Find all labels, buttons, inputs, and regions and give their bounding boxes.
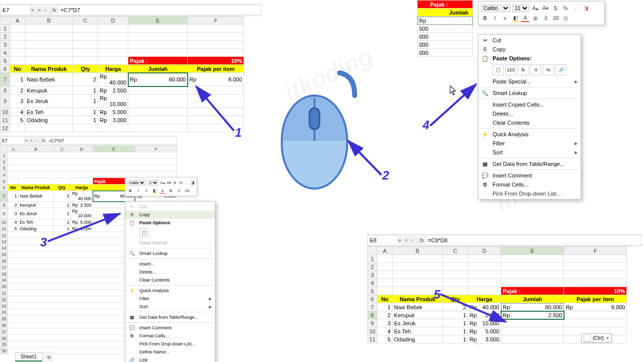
- fill-color-icon[interactable]: ◧: [511, 14, 519, 22]
- menu-delete[interactable]: Delete...: [478, 109, 581, 118]
- font-color-icon[interactable]: A: [159, 188, 166, 194]
- enter-icon[interactable]: ✓: [35, 138, 38, 143]
- row-12[interactable]: 12: [1, 124, 10, 132]
- menu-copy[interactable]: ⎘Copy: [478, 45, 581, 54]
- align-icon[interactable]: ≡: [143, 188, 150, 194]
- paste-values-icon[interactable]: 123: [505, 64, 516, 75]
- row-11[interactable]: 11: [1, 116, 10, 124]
- row-4[interactable]: 4: [1, 49, 10, 57]
- row-1[interactable]: 1: [1, 25, 10, 33]
- name-box[interactable]: E7: [1, 6, 31, 14]
- menu-clear[interactable]: Clear Contents: [125, 276, 215, 284]
- menu-cut[interactable]: ✂Cut: [478, 36, 581, 45]
- font-select[interactable]: Calibri: [127, 179, 146, 186]
- cancel-icon[interactable]: ✕: [404, 237, 409, 244]
- font-size-select[interactable]: 11: [512, 5, 529, 12]
- formula-input-3[interactable]: =C7*D7: [47, 137, 177, 144]
- menu-pick-dropdown[interactable]: Pick From Drop-down List...: [125, 340, 215, 348]
- decimal-dec-icon[interactable]: .00: [184, 188, 190, 194]
- fx-icon[interactable]: fx: [50, 7, 59, 13]
- menu-smart-lookup[interactable]: 🔍Smart Lookup: [478, 88, 581, 98]
- menu-get-data[interactable]: ▦Get Data from Table/Range...: [478, 159, 581, 168]
- col-E[interactable]: E: [128, 17, 188, 25]
- currency-icon[interactable]: $: [551, 4, 559, 12]
- decimal-dec-icon[interactable]: .00: [551, 14, 559, 22]
- currency-icon[interactable]: $: [173, 179, 177, 186]
- comma-icon[interactable]: ,: [572, 4, 580, 12]
- cancel-icon[interactable]: ✕: [37, 7, 41, 14]
- row-10[interactable]: 10: [1, 108, 10, 116]
- format-painter-icon[interactable]: ◨: [582, 4, 590, 12]
- paste-link-icon[interactable]: 🔗: [555, 64, 567, 75]
- decimal-inc-icon[interactable]: .0: [176, 188, 182, 194]
- row-3[interactable]: 3: [1, 41, 10, 49]
- font-color-icon[interactable]: A: [521, 14, 529, 22]
- menu-filter[interactable]: Filter▶: [478, 139, 581, 148]
- italic-icon[interactable]: I: [135, 188, 142, 194]
- fill-color-icon[interactable]: ◧: [151, 188, 158, 194]
- decrease-font-icon[interactable]: A▾: [541, 4, 549, 12]
- comma-icon[interactable]: ,: [185, 179, 189, 186]
- increase-font-icon[interactable]: A▴: [160, 179, 165, 186]
- row-6[interactable]: 6: [1, 65, 10, 73]
- row-9[interactable]: 9: [1, 95, 10, 108]
- increase-font-icon[interactable]: A▴: [531, 4, 539, 12]
- menu-insert-comment[interactable]: 💬Insert Comment: [125, 324, 215, 332]
- align-icon[interactable]: ≡: [501, 14, 509, 22]
- col-A[interactable]: A: [10, 17, 25, 25]
- menu-quick-analysis[interactable]: ⚡Quick Analysis: [478, 130, 581, 139]
- menu-delete[interactable]: Delete...: [125, 268, 215, 276]
- menu-paste-special[interactable]: Paste Special...: [125, 239, 215, 247]
- menu-paste-special[interactable]: Paste Special...▶: [478, 77, 581, 86]
- enter-icon[interactable]: ✓: [43, 7, 48, 14]
- paste-default-icon[interactable]: 📋: [493, 64, 504, 75]
- italic-icon[interactable]: I: [491, 14, 499, 22]
- menu-filter[interactable]: Filter▶: [125, 295, 215, 303]
- border-icon[interactable]: ⊞: [168, 188, 174, 194]
- percent-icon[interactable]: %: [561, 4, 570, 12]
- col-C[interactable]: C: [73, 17, 98, 25]
- menu-clear[interactable]: Clear Contents: [478, 118, 581, 127]
- menu-insert[interactable]: Insert...: [125, 260, 215, 268]
- menu-pick-dropdown[interactable]: Pick From Drop-down List...: [478, 189, 581, 198]
- bold-icon[interactable]: B: [127, 188, 134, 194]
- row-5[interactable]: 5: [1, 57, 10, 65]
- decrease-font-icon[interactable]: A▾: [167, 179, 171, 186]
- paste-formatting-icon[interactable]: %: [543, 64, 554, 75]
- menu-insert-comment[interactable]: 💬Insert Comment: [478, 171, 581, 180]
- col-B[interactable]: B: [25, 17, 73, 25]
- font-size-select[interactable]: 11: [147, 179, 158, 186]
- font-select[interactable]: Calibri: [481, 5, 510, 12]
- name-box-3[interactable]: E7: [1, 137, 25, 144]
- format-painter-icon[interactable]: ◨: [191, 179, 195, 186]
- decimal-inc-icon[interactable]: .0: [541, 14, 549, 22]
- name-box-5[interactable]: E8: [368, 236, 398, 244]
- menu-define-name[interactable]: Define Name...: [125, 348, 215, 356]
- formula-input-5[interactable]: =C8*D8: [426, 236, 641, 244]
- col-D[interactable]: D: [98, 17, 128, 25]
- menu-cut[interactable]: ✂Cut: [125, 203, 215, 211]
- menu-smart-lookup[interactable]: 🔍Smart Lookup: [125, 249, 215, 257]
- row-2[interactable]: 2: [1, 33, 10, 41]
- paste-formulas-icon[interactable]: fx: [518, 64, 529, 75]
- menu-sort[interactable]: Sort▶: [478, 148, 581, 157]
- menu-sort[interactable]: Sort▶: [125, 303, 215, 311]
- row-7[interactable]: 7: [1, 73, 10, 86]
- merge-icon[interactable]: ⊡: [561, 14, 570, 22]
- menu-format-cells[interactable]: ⚙Format Cells...: [125, 332, 215, 340]
- cell-E7-dashed[interactable]: Rp: [418, 17, 473, 25]
- paste-default-icon[interactable]: 📋: [139, 228, 148, 237]
- menu-get-data[interactable]: ▦Get Data from Table/Range...: [125, 313, 215, 321]
- add-sheet-icon[interactable]: ⊕: [44, 352, 53, 361]
- fx-icon[interactable]: fx: [40, 138, 47, 143]
- paste-transpose-icon[interactable]: ⤭: [530, 64, 541, 75]
- menu-quick-analysis[interactable]: ⚡Quick Analysis: [125, 287, 215, 295]
- menu-link[interactable]: 🔗Link: [125, 356, 215, 362]
- col-F[interactable]: F: [188, 17, 244, 25]
- bold-icon[interactable]: B: [481, 14, 489, 22]
- menu-copy[interactable]: ⎘Copy: [125, 211, 215, 219]
- sheet-tab-1[interactable]: Sheet1: [15, 352, 42, 361]
- paste-ctrl-button[interactable]: (Ctrl) ▼: [581, 333, 612, 342]
- formula-input[interactable]: =C7*D7: [59, 6, 261, 14]
- fx-icon[interactable]: fx: [418, 237, 426, 243]
